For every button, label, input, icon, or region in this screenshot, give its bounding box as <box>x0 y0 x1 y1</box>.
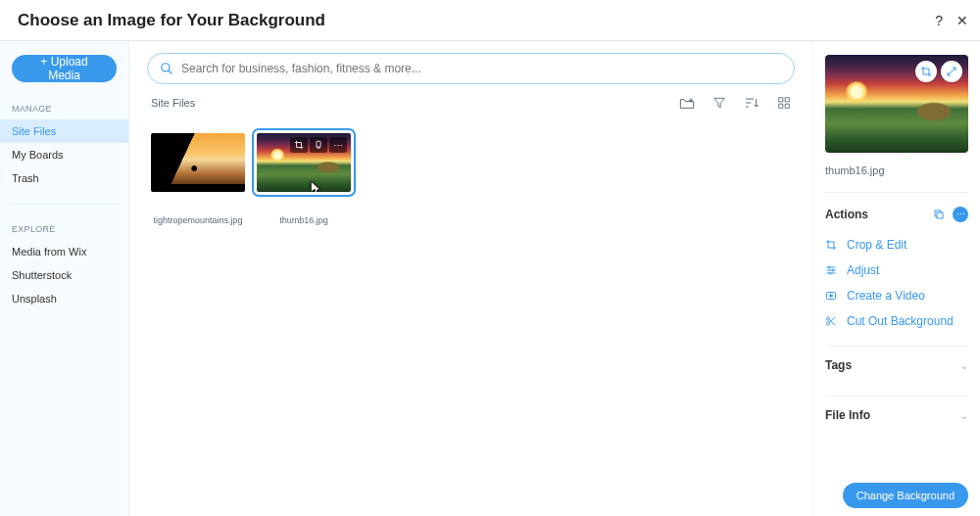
filter-icon[interactable] <box>712 96 726 110</box>
file-name-label: tightropemountains.jpg <box>153 215 242 225</box>
file-grid: tightropemountains.jpg ⋯ <box>129 119 812 239</box>
svg-point-17 <box>832 269 834 271</box>
thumb-crop-icon[interactable] <box>290 137 308 153</box>
thumb-more-icon[interactable]: ⋯ <box>329 137 347 153</box>
svg-rect-11 <box>317 141 320 147</box>
main-panel: Site Files tightropemountains.jpg <box>129 41 813 516</box>
detail-file-name: thumb16.jpg <box>825 164 968 176</box>
section-title: Tags <box>825 358 852 372</box>
crop-icon <box>825 239 839 251</box>
search-icon <box>160 62 173 75</box>
sidebar-item-site-files[interactable]: Site Files <box>0 119 128 143</box>
thumb-tag-icon[interactable] <box>310 137 327 153</box>
svg-rect-10 <box>785 104 789 108</box>
copy-icon[interactable] <box>933 209 945 220</box>
svg-rect-7 <box>779 98 783 102</box>
breadcrumb[interactable]: Site Files <box>151 97 195 109</box>
sidebar-section-manage: MANAGE <box>0 104 128 119</box>
sidebar-item-unsplash[interactable]: Unsplash <box>0 287 128 310</box>
sidebar-divider <box>12 204 117 205</box>
video-icon <box>825 290 839 302</box>
chevron-down-icon: ⌄ <box>960 410 968 421</box>
dialog-title: Choose an Image for Your Background <box>18 11 325 30</box>
action-cut-out-background[interactable]: Cut Out Background <box>825 308 968 334</box>
preview-crop-icon[interactable] <box>915 61 937 82</box>
preview-expand-icon[interactable] <box>941 61 962 82</box>
more-actions-icon[interactable]: ⋯ <box>953 207 968 222</box>
file-card[interactable]: tightropemountains.jpg <box>151 133 245 225</box>
sliders-icon <box>825 264 839 276</box>
action-label: Create a Video <box>847 289 925 303</box>
svg-point-16 <box>828 266 830 268</box>
sidebar-item-trash[interactable]: Trash <box>0 166 128 190</box>
sidebar-item-media-from-wix[interactable]: Media from Wix <box>0 240 128 263</box>
change-background-button[interactable]: Change Background <box>843 483 968 508</box>
file-name-label: thumb16.jpg <box>279 215 328 225</box>
chevron-down-icon: ⌄ <box>960 360 968 371</box>
scissors-icon <box>825 315 839 327</box>
detail-panel: thumb16.jpg Actions ⋯ Crop & Edit Adjust… <box>813 41 980 516</box>
svg-rect-8 <box>785 98 789 102</box>
action-label: Crop & Edit <box>847 238 906 252</box>
action-label: Cut Out Background <box>847 314 954 328</box>
file-thumbnail <box>151 133 245 192</box>
search-input[interactable] <box>181 62 782 75</box>
action-create-video[interactable]: Create a Video <box>825 283 968 308</box>
detail-actions-title: Actions <box>825 208 868 221</box>
dialog-header: Choose an Image for Your Background ? ✕ <box>0 0 980 41</box>
sort-icon[interactable] <box>744 96 760 110</box>
sidebar-item-shutterstock[interactable]: Shutterstock <box>0 263 128 287</box>
action-label: Adjust <box>847 263 879 277</box>
svg-line-1 <box>169 70 172 74</box>
svg-rect-12 <box>937 212 943 218</box>
upload-media-button[interactable]: + Upload Media <box>12 55 117 82</box>
help-icon[interactable]: ? <box>935 13 943 28</box>
sidebar-item-my-boards[interactable]: My Boards <box>0 143 128 166</box>
sidebar-section-explore: EXPLORE <box>0 224 128 240</box>
detail-section-tags[interactable]: Tags ⌄ <box>825 346 968 384</box>
svg-rect-9 <box>779 104 783 108</box>
cursor-pointer-icon <box>306 180 321 192</box>
sidebar: + Upload Media MANAGE Site Files My Boar… <box>0 41 129 516</box>
grid-view-icon[interactable] <box>777 96 791 110</box>
file-card[interactable]: ⋯ thumb16.jpg <box>257 133 351 225</box>
detail-section-file-info[interactable]: File Info ⌄ <box>825 396 968 434</box>
file-thumbnail: ⋯ <box>257 133 351 192</box>
action-adjust[interactable]: Adjust <box>825 258 968 283</box>
svg-point-18 <box>829 272 831 274</box>
svg-point-0 <box>162 64 170 71</box>
action-crop-edit[interactable]: Crop & Edit <box>825 232 968 258</box>
search-field[interactable] <box>147 53 795 84</box>
section-title: File Info <box>825 408 870 422</box>
close-icon[interactable]: ✕ <box>956 13 968 28</box>
new-folder-icon[interactable] <box>679 96 695 110</box>
